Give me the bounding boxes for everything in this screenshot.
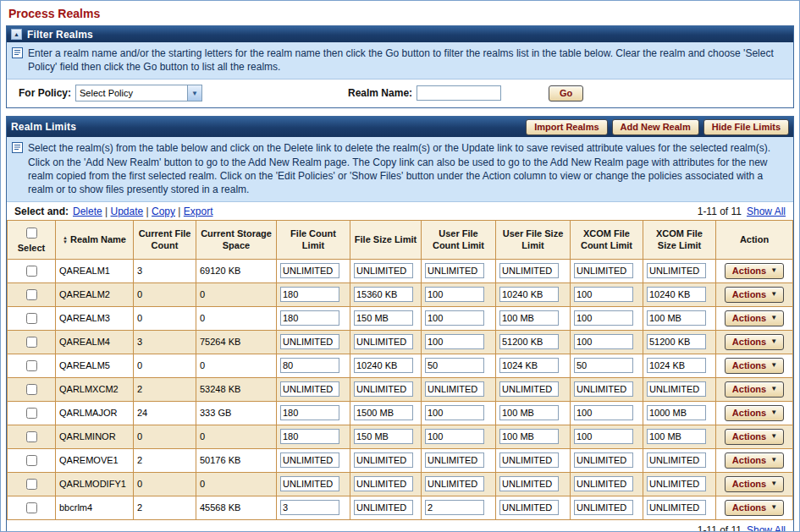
row-checkbox[interactable]: [26, 408, 37, 419]
actions-button[interactable]: Actions ▼: [725, 358, 784, 374]
file-size-limit-input[interactable]: [354, 287, 413, 302]
row-checkbox[interactable]: [26, 313, 37, 324]
xcom-file-count-limit-input[interactable]: [574, 263, 633, 278]
xcom-file-count-limit-input[interactable]: [574, 358, 633, 373]
file-count-limit-input[interactable]: [280, 334, 339, 349]
xcom-file-count-limit-input[interactable]: [574, 310, 633, 326]
xcom-file-count-limit-input[interactable]: [574, 405, 633, 420]
user-file-size-limit-input[interactable]: [499, 310, 559, 326]
user-file-count-limit-input[interactable]: [425, 263, 484, 278]
actions-button[interactable]: Actions ▼: [725, 476, 784, 492]
actions-button[interactable]: Actions ▼: [725, 381, 784, 398]
file-size-limit-input[interactable]: [354, 476, 413, 491]
file-size-limit-input[interactable]: [354, 263, 413, 278]
policy-select[interactable]: Select Policy ▼: [75, 85, 202, 101]
actions-button[interactable]: Actions ▼: [725, 310, 784, 326]
action-link-update[interactable]: Update: [111, 206, 144, 217]
realm-name-input[interactable]: [417, 85, 501, 101]
file-size-limit-input[interactable]: [354, 334, 413, 349]
action-link-copy[interactable]: Copy: [152, 206, 175, 217]
user-file-count-limit-input[interactable]: [425, 381, 484, 397]
xcom-file-size-limit-input[interactable]: [647, 476, 706, 491]
row-checkbox[interactable]: [26, 384, 37, 395]
xcom-file-size-limit-input[interactable]: [647, 310, 706, 326]
file-count-limit-input[interactable]: [280, 381, 339, 397]
user-file-size-limit-input[interactable]: [499, 381, 559, 397]
user-file-size-limit-input[interactable]: [499, 476, 559, 491]
user-file-size-limit-input[interactable]: [499, 500, 559, 515]
xcom-file-count-limit-input[interactable]: [574, 334, 633, 349]
row-checkbox[interactable]: [26, 266, 37, 277]
xcom-file-size-limit-input[interactable]: [647, 381, 706, 397]
user-file-count-limit-input[interactable]: [425, 334, 484, 349]
file-count-limit-input[interactable]: [280, 452, 339, 468]
show-all-link[interactable]: Show All: [747, 524, 786, 532]
row-checkbox[interactable]: [26, 431, 37, 442]
xcom-file-size-limit-input[interactable]: [647, 452, 706, 468]
file-count-limit-input[interactable]: [280, 287, 339, 302]
file-count-limit-input[interactable]: [280, 358, 339, 373]
add-new-realm-button[interactable]: Add New Realm: [612, 119, 699, 135]
user-file-count-limit-input[interactable]: [425, 476, 484, 491]
file-size-limit-input[interactable]: [354, 405, 413, 420]
file-count-limit-input[interactable]: [280, 263, 339, 278]
xcom-file-count-limit-input[interactable]: [574, 500, 633, 515]
row-checkbox[interactable]: [26, 360, 37, 371]
show-all-link[interactable]: Show All: [747, 206, 786, 217]
xcom-file-count-limit-input[interactable]: [574, 452, 633, 468]
row-checkbox[interactable]: [26, 502, 37, 513]
actions-button[interactable]: Actions ▼: [725, 287, 784, 303]
user-file-count-limit-input[interactable]: [425, 358, 484, 373]
row-checkbox[interactable]: [26, 289, 37, 300]
file-count-limit-input[interactable]: [280, 476, 339, 491]
hide-file-limits-button[interactable]: Hide File Limits: [703, 119, 789, 135]
file-size-limit-input[interactable]: [354, 452, 413, 468]
actions-button[interactable]: Actions ▼: [725, 405, 784, 421]
select-all-checkbox[interactable]: [26, 228, 37, 239]
chevron-down-icon[interactable]: ▼: [187, 85, 201, 101]
user-file-count-limit-input[interactable]: [425, 500, 484, 515]
user-file-size-limit-input[interactable]: [499, 358, 559, 373]
import-realms-button[interactable]: Import Realms: [526, 119, 607, 135]
xcom-file-count-limit-input[interactable]: [574, 476, 633, 491]
xcom-file-size-limit-input[interactable]: [647, 358, 706, 373]
actions-button[interactable]: Actions ▼: [725, 263, 784, 279]
user-file-count-limit-input[interactable]: [425, 452, 484, 468]
xcom-file-size-limit-input[interactable]: [647, 334, 706, 349]
file-size-limit-input[interactable]: [354, 310, 413, 326]
xcom-file-count-limit-input[interactable]: [574, 287, 633, 302]
file-count-limit-input[interactable]: [280, 429, 339, 444]
file-count-limit-input[interactable]: [280, 500, 339, 515]
user-file-count-limit-input[interactable]: [425, 429, 484, 444]
row-checkbox[interactable]: [26, 455, 37, 466]
user-file-size-limit-input[interactable]: [499, 429, 559, 444]
file-size-limit-input[interactable]: [354, 429, 413, 444]
row-checkbox[interactable]: [26, 479, 37, 490]
collapse-panel-icon[interactable]: ▲: [11, 29, 22, 40]
actions-button[interactable]: Actions ▼: [725, 452, 784, 469]
sort-icon[interactable]: ▲▼: [63, 236, 68, 244]
xcom-file-count-limit-input[interactable]: [574, 381, 633, 397]
xcom-file-size-limit-input[interactable]: [647, 405, 706, 420]
user-file-count-limit-input[interactable]: [425, 287, 484, 302]
user-file-count-limit-input[interactable]: [425, 310, 484, 326]
file-count-limit-input[interactable]: [280, 405, 339, 420]
action-link-export[interactable]: Export: [184, 206, 213, 217]
file-size-limit-input[interactable]: [354, 381, 413, 397]
actions-button[interactable]: Actions ▼: [725, 429, 784, 445]
xcom-file-count-limit-input[interactable]: [574, 429, 633, 444]
user-file-size-limit-input[interactable]: [499, 405, 559, 420]
go-button[interactable]: Go: [549, 85, 583, 101]
user-file-size-limit-input[interactable]: [499, 452, 559, 468]
user-file-size-limit-input[interactable]: [499, 334, 559, 349]
user-file-size-limit-input[interactable]: [499, 263, 559, 278]
xcom-file-size-limit-input[interactable]: [647, 263, 706, 278]
actions-button[interactable]: Actions ▼: [725, 500, 784, 516]
xcom-file-size-limit-input[interactable]: [647, 500, 706, 515]
xcom-file-size-limit-input[interactable]: [647, 287, 706, 302]
file-size-limit-input[interactable]: [354, 500, 413, 515]
row-checkbox[interactable]: [26, 337, 37, 348]
user-file-size-limit-input[interactable]: [499, 287, 559, 302]
file-count-limit-input[interactable]: [280, 310, 339, 326]
actions-button[interactable]: Actions ▼: [725, 334, 784, 350]
